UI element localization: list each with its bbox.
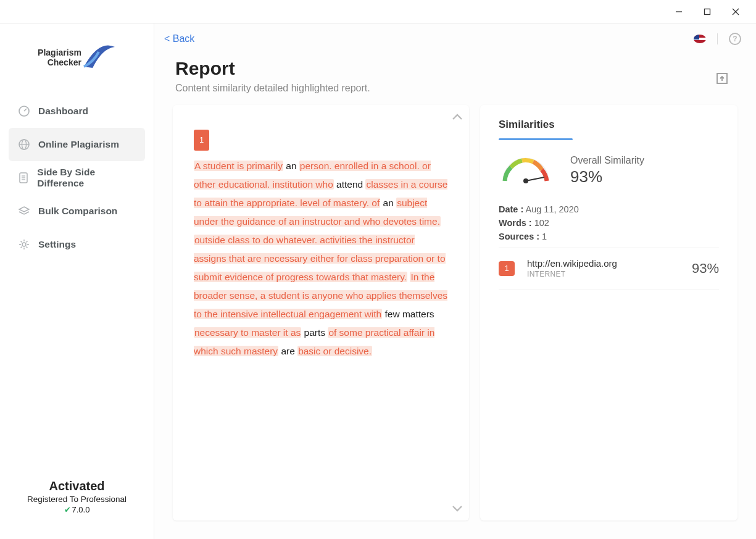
svg-marker-13 [19,207,29,212]
globe-icon [16,138,32,151]
svg-line-17 [526,177,544,181]
date-value: Aug 11, 2020 [523,204,579,214]
gauge-icon [499,154,553,187]
main: < Back ? Report Content similarity detai… [154,23,756,539]
sidebar-item-label: Side By Side Difference [37,167,138,189]
sidebar-item-label: Bulk Comparison [38,206,117,217]
license-registered: Registered To Professional [0,495,154,504]
license-version: ✔7.0.0 [0,505,154,514]
back-link[interactable]: < Back [164,33,194,44]
version-text: 7.0.0 [72,505,90,514]
flag-icon[interactable] [694,35,706,43]
report-text-panel: 1 A student is primarily an person. enro… [173,105,469,520]
sidebar-item-label: Settings [38,239,76,250]
plain-text: parts [301,327,328,338]
plain-text: attend [334,179,366,190]
source-url: http://en.wikipedia.org [527,258,617,269]
logo-line1: Plagiarism [38,48,81,57]
overall-similarity-value: 93% [570,167,644,186]
highlighted-text: basic or decisive. [297,346,372,356]
dashboard-icon [16,105,32,117]
sidebar-item-label: Dashboard [38,106,88,117]
titlebar [0,0,756,23]
highlighted-text: necessary to master it as [194,327,301,338]
logo-line2: Checker [38,57,81,67]
svg-rect-1 [705,9,710,14]
source-row[interactable]: 1 http://en.wikipedia.org INTERNET 93% [499,258,719,290]
layers-icon [16,205,32,217]
report-meta: Date : Aug 11, 2020 Words : 102 Sources … [499,204,719,241]
scroll-up-icon[interactable] [452,112,463,121]
document-icon [16,172,31,184]
topbar: < Back ? [154,23,756,54]
logo-swoosh-icon [81,43,116,72]
gear-icon [16,238,32,251]
plain-text: an [283,161,299,171]
sources-label: Sources : [499,232,539,241]
page-header: Report Content similarity detailed highl… [154,54,756,105]
license-status: Activated [0,479,154,493]
words-label: Words : [499,218,532,228]
sidebar: Plagiarism Checker Dashboard [0,23,154,539]
similarities-panel: Similarities [480,105,737,520]
plain-text: few matters [382,309,434,319]
source-badge: 1 [194,130,209,151]
sidebar-item-bulk-comparison[interactable]: Bulk Comparison [9,194,145,228]
svg-line-5 [24,109,27,111]
check-icon: ✔ [64,505,71,514]
similarities-title: Similarities [499,119,719,138]
words-value: 102 [532,218,549,228]
tab-underline [499,138,573,140]
source-category: INTERNET [527,270,617,278]
sidebar-item-dashboard[interactable]: Dashboard [9,94,145,128]
export-icon[interactable] [715,72,729,85]
maximize-button[interactable] [693,0,721,23]
source-badge: 1 [499,261,515,276]
sidebar-item-label: Online Plagiarism [38,139,119,150]
svg-point-14 [22,243,26,246]
page-subtitle: Content similarity detailed highlighted … [175,83,735,94]
scroll-down-icon[interactable] [452,504,463,513]
plain-text: are [278,346,297,356]
report-text: A student is primarily an person. enroll… [194,157,448,361]
nav: Dashboard Online Plagiarism Side By Side… [0,91,154,264]
app-window: Plagiarism Checker Dashboard [0,0,756,539]
help-button[interactable]: ? [729,33,741,45]
sidebar-item-settings[interactable]: Settings [9,228,145,261]
divider [499,248,719,248]
sidebar-item-online-plagiarism[interactable]: Online Plagiarism [9,128,145,161]
plain-text: an [380,198,396,208]
page-title: Report [175,58,735,79]
divider [717,33,718,44]
close-button[interactable] [721,0,750,23]
sources-value: 1 [539,232,547,241]
overall-similarity-label: Overall Similarity [570,155,644,166]
source-percent: 93% [692,261,719,277]
sidebar-footer: Activated Registered To Professional ✔7.… [0,479,154,539]
date-label: Date : [499,204,523,214]
minimize-button[interactable] [665,0,693,23]
highlighted-text: A student is primarily [194,161,283,171]
logo: Plagiarism Checker [0,23,154,91]
sidebar-item-side-by-side[interactable]: Side By Side Difference [9,161,145,194]
